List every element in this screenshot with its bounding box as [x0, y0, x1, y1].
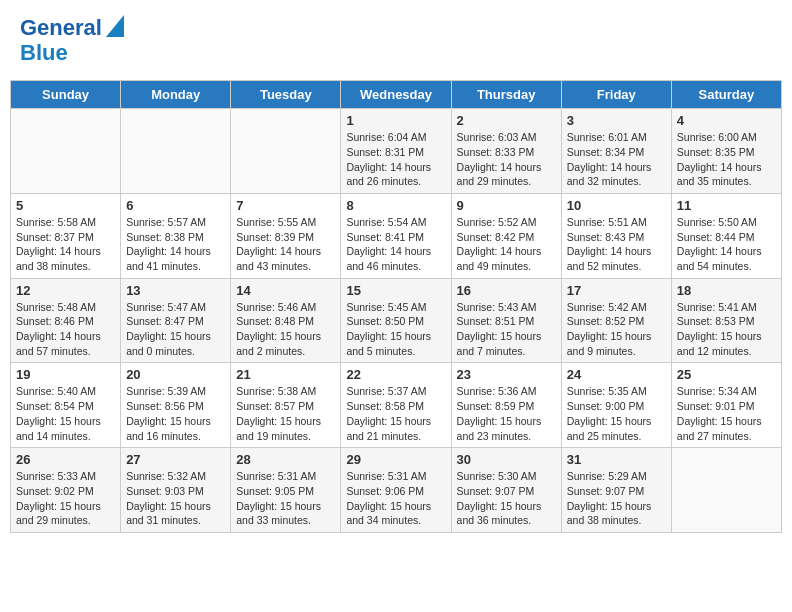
day-info: Sunrise: 5:38 AM Sunset: 8:57 PM Dayligh…	[236, 384, 335, 443]
day-number: 1	[346, 113, 445, 128]
day-info: Sunrise: 5:47 AM Sunset: 8:47 PM Dayligh…	[126, 300, 225, 359]
day-info: Sunrise: 6:04 AM Sunset: 8:31 PM Dayligh…	[346, 130, 445, 189]
day-info: Sunrise: 5:39 AM Sunset: 8:56 PM Dayligh…	[126, 384, 225, 443]
logo-text-general: General	[20, 16, 102, 40]
day-info: Sunrise: 5:30 AM Sunset: 9:07 PM Dayligh…	[457, 469, 556, 528]
week-row-4: 19Sunrise: 5:40 AM Sunset: 8:54 PM Dayli…	[11, 363, 782, 448]
calendar-cell: 27Sunrise: 5:32 AM Sunset: 9:03 PM Dayli…	[121, 448, 231, 533]
logo-triangle-icon	[106, 15, 124, 37]
calendar-cell: 13Sunrise: 5:47 AM Sunset: 8:47 PM Dayli…	[121, 278, 231, 363]
calendar-cell: 26Sunrise: 5:33 AM Sunset: 9:02 PM Dayli…	[11, 448, 121, 533]
week-row-5: 26Sunrise: 5:33 AM Sunset: 9:02 PM Dayli…	[11, 448, 782, 533]
day-info: Sunrise: 6:00 AM Sunset: 8:35 PM Dayligh…	[677, 130, 776, 189]
day-number: 31	[567, 452, 666, 467]
day-number: 16	[457, 283, 556, 298]
calendar-cell: 7Sunrise: 5:55 AM Sunset: 8:39 PM Daylig…	[231, 193, 341, 278]
day-header-sunday: Sunday	[11, 81, 121, 109]
day-number: 6	[126, 198, 225, 213]
calendar-cell: 23Sunrise: 5:36 AM Sunset: 8:59 PM Dayli…	[451, 363, 561, 448]
day-number: 11	[677, 198, 776, 213]
day-number: 2	[457, 113, 556, 128]
calendar-cell: 6Sunrise: 5:57 AM Sunset: 8:38 PM Daylig…	[121, 193, 231, 278]
day-info: Sunrise: 6:03 AM Sunset: 8:33 PM Dayligh…	[457, 130, 556, 189]
day-number: 27	[126, 452, 225, 467]
days-header-row: SundayMondayTuesdayWednesdayThursdayFrid…	[11, 81, 782, 109]
day-info: Sunrise: 5:50 AM Sunset: 8:44 PM Dayligh…	[677, 215, 776, 274]
day-header-tuesday: Tuesday	[231, 81, 341, 109]
calendar-cell: 11Sunrise: 5:50 AM Sunset: 8:44 PM Dayli…	[671, 193, 781, 278]
calendar-cell: 9Sunrise: 5:52 AM Sunset: 8:42 PM Daylig…	[451, 193, 561, 278]
day-number: 12	[16, 283, 115, 298]
day-info: Sunrise: 5:36 AM Sunset: 8:59 PM Dayligh…	[457, 384, 556, 443]
calendar-cell: 15Sunrise: 5:45 AM Sunset: 8:50 PM Dayli…	[341, 278, 451, 363]
day-number: 4	[677, 113, 776, 128]
day-info: Sunrise: 5:57 AM Sunset: 8:38 PM Dayligh…	[126, 215, 225, 274]
day-header-monday: Monday	[121, 81, 231, 109]
day-number: 5	[16, 198, 115, 213]
calendar-cell: 5Sunrise: 5:58 AM Sunset: 8:37 PM Daylig…	[11, 193, 121, 278]
day-info: Sunrise: 5:29 AM Sunset: 9:07 PM Dayligh…	[567, 469, 666, 528]
day-number: 8	[346, 198, 445, 213]
day-number: 13	[126, 283, 225, 298]
day-info: Sunrise: 5:42 AM Sunset: 8:52 PM Dayligh…	[567, 300, 666, 359]
calendar-cell: 30Sunrise: 5:30 AM Sunset: 9:07 PM Dayli…	[451, 448, 561, 533]
calendar-cell: 10Sunrise: 5:51 AM Sunset: 8:43 PM Dayli…	[561, 193, 671, 278]
calendar-cell: 2Sunrise: 6:03 AM Sunset: 8:33 PM Daylig…	[451, 109, 561, 194]
day-info: Sunrise: 5:31 AM Sunset: 9:05 PM Dayligh…	[236, 469, 335, 528]
day-number: 18	[677, 283, 776, 298]
day-number: 14	[236, 283, 335, 298]
day-info: Sunrise: 5:58 AM Sunset: 8:37 PM Dayligh…	[16, 215, 115, 274]
week-row-2: 5Sunrise: 5:58 AM Sunset: 8:37 PM Daylig…	[11, 193, 782, 278]
day-info: Sunrise: 5:32 AM Sunset: 9:03 PM Dayligh…	[126, 469, 225, 528]
day-number: 25	[677, 367, 776, 382]
day-number: 28	[236, 452, 335, 467]
week-row-3: 12Sunrise: 5:48 AM Sunset: 8:46 PM Dayli…	[11, 278, 782, 363]
day-number: 9	[457, 198, 556, 213]
day-info: Sunrise: 5:37 AM Sunset: 8:58 PM Dayligh…	[346, 384, 445, 443]
day-header-thursday: Thursday	[451, 81, 561, 109]
svg-marker-0	[106, 15, 124, 37]
calendar-cell	[121, 109, 231, 194]
logo: General Blue	[20, 15, 124, 65]
day-info: Sunrise: 5:51 AM Sunset: 8:43 PM Dayligh…	[567, 215, 666, 274]
day-info: Sunrise: 5:52 AM Sunset: 8:42 PM Dayligh…	[457, 215, 556, 274]
day-number: 24	[567, 367, 666, 382]
calendar-cell: 21Sunrise: 5:38 AM Sunset: 8:57 PM Dayli…	[231, 363, 341, 448]
day-number: 30	[457, 452, 556, 467]
day-number: 26	[16, 452, 115, 467]
day-info: Sunrise: 5:31 AM Sunset: 9:06 PM Dayligh…	[346, 469, 445, 528]
calendar-cell: 4Sunrise: 6:00 AM Sunset: 8:35 PM Daylig…	[671, 109, 781, 194]
calendar-cell: 8Sunrise: 5:54 AM Sunset: 8:41 PM Daylig…	[341, 193, 451, 278]
day-number: 21	[236, 367, 335, 382]
day-info: Sunrise: 5:48 AM Sunset: 8:46 PM Dayligh…	[16, 300, 115, 359]
day-number: 7	[236, 198, 335, 213]
day-header-wednesday: Wednesday	[341, 81, 451, 109]
day-info: Sunrise: 5:46 AM Sunset: 8:48 PM Dayligh…	[236, 300, 335, 359]
day-info: Sunrise: 5:40 AM Sunset: 8:54 PM Dayligh…	[16, 384, 115, 443]
calendar-cell: 18Sunrise: 5:41 AM Sunset: 8:53 PM Dayli…	[671, 278, 781, 363]
calendar-table: SundayMondayTuesdayWednesdayThursdayFrid…	[10, 80, 782, 533]
calendar-cell: 3Sunrise: 6:01 AM Sunset: 8:34 PM Daylig…	[561, 109, 671, 194]
calendar-cell: 25Sunrise: 5:34 AM Sunset: 9:01 PM Dayli…	[671, 363, 781, 448]
day-info: Sunrise: 5:41 AM Sunset: 8:53 PM Dayligh…	[677, 300, 776, 359]
calendar-cell	[671, 448, 781, 533]
calendar-cell: 19Sunrise: 5:40 AM Sunset: 8:54 PM Dayli…	[11, 363, 121, 448]
logo-text-blue: Blue	[20, 41, 68, 65]
calendar-cell: 28Sunrise: 5:31 AM Sunset: 9:05 PM Dayli…	[231, 448, 341, 533]
day-number: 19	[16, 367, 115, 382]
day-header-saturday: Saturday	[671, 81, 781, 109]
calendar-cell: 1Sunrise: 6:04 AM Sunset: 8:31 PM Daylig…	[341, 109, 451, 194]
day-number: 29	[346, 452, 445, 467]
day-number: 23	[457, 367, 556, 382]
day-number: 22	[346, 367, 445, 382]
calendar-cell: 17Sunrise: 5:42 AM Sunset: 8:52 PM Dayli…	[561, 278, 671, 363]
day-info: Sunrise: 5:55 AM Sunset: 8:39 PM Dayligh…	[236, 215, 335, 274]
day-info: Sunrise: 5:34 AM Sunset: 9:01 PM Dayligh…	[677, 384, 776, 443]
day-info: Sunrise: 5:45 AM Sunset: 8:50 PM Dayligh…	[346, 300, 445, 359]
calendar-cell: 16Sunrise: 5:43 AM Sunset: 8:51 PM Dayli…	[451, 278, 561, 363]
day-info: Sunrise: 5:35 AM Sunset: 9:00 PM Dayligh…	[567, 384, 666, 443]
day-info: Sunrise: 5:33 AM Sunset: 9:02 PM Dayligh…	[16, 469, 115, 528]
calendar-cell: 22Sunrise: 5:37 AM Sunset: 8:58 PM Dayli…	[341, 363, 451, 448]
day-info: Sunrise: 6:01 AM Sunset: 8:34 PM Dayligh…	[567, 130, 666, 189]
calendar-cell	[231, 109, 341, 194]
